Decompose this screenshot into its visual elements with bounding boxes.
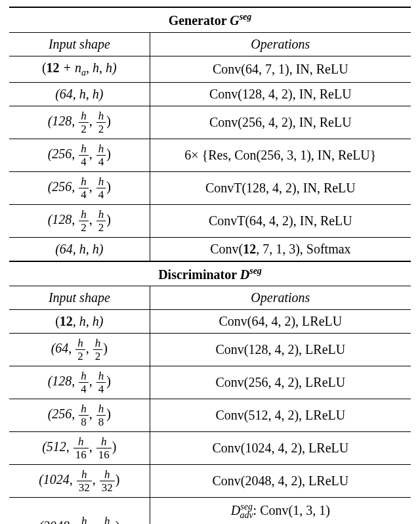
shape-cell: (12 + na, h, h) xyxy=(9,56,150,82)
shape-cell: (64, h2, h2) xyxy=(9,334,150,366)
gen-title-sup: seg xyxy=(240,12,252,22)
disc-col2: Operations xyxy=(150,286,411,310)
op-cell: Conv(512, 4, 2), LReLU xyxy=(150,399,411,432)
disc-title-sup: seg xyxy=(249,266,262,276)
table-row: (256, h8, h8) Conv(512, 4, 2), LReLU xyxy=(9,399,411,432)
op-cell: Conv(128, 4, 2), LReLU xyxy=(150,334,411,366)
shape-cell: (1024, h32, h32) xyxy=(9,465,150,498)
shape-cell: (256, h4, h4) xyxy=(9,171,150,204)
op-cell: Conv(2048, 4, 2), LReLU xyxy=(150,465,411,498)
op-cell: Conv(256, 4, 2), LReLU xyxy=(150,366,411,399)
op-cell: Dsegadv: Conv(1, 3, 1) xyxy=(150,498,411,524)
shape-cell: (256, h8, h8) xyxy=(9,399,150,432)
disc-col1: Input shape xyxy=(9,286,150,310)
gen-title-sym: G xyxy=(230,13,239,28)
discriminator-title-row: Discriminator Dseg xyxy=(9,261,411,286)
table-row: (12 + na, h, h) Conv(64, 7, 1), IN, ReLU xyxy=(9,56,411,82)
op-cell: Conv(128, 4, 2), IN, ReLU xyxy=(150,82,411,106)
architecture-table: Generator Gseg Input shape Operations (1… xyxy=(9,7,411,524)
discriminator-columns-row: Input shape Operations xyxy=(9,286,411,310)
shape-cell: (128, h2, h2) xyxy=(9,204,150,237)
gen-col1: Input shape xyxy=(9,32,150,56)
table-row: (12, h, h) Conv(64, 4, 2), LReLU xyxy=(9,310,411,334)
op-cell: Conv(64, 7, 1), IN, ReLU xyxy=(150,56,411,82)
generator-columns-row: Input shape Operations xyxy=(9,32,411,56)
op-cell: Conv(12, 7, 1, 3), Softmax xyxy=(150,237,411,261)
shape-cell: (64, h, h) xyxy=(9,82,150,106)
table-row: (64, h2, h2) Conv(128, 4, 2), LReLU xyxy=(9,334,411,366)
gen-title-prefix: Generator xyxy=(169,13,230,28)
disc-title-prefix: Discriminator xyxy=(158,267,240,281)
table-row: (512, h16, h16) Conv(1024, 4, 2), LReLU xyxy=(9,432,411,465)
disc-title-sym: D xyxy=(240,267,249,281)
table-row: (2048, h64, h64) Dsegadv: Conv(1, 3, 1) xyxy=(9,498,411,524)
table-row: (128, h2, h2) Conv(256, 4, 2), IN, ReLU xyxy=(9,106,411,139)
shape-cell: (64, h, h) xyxy=(9,237,150,261)
shape-cell: (256, h4, h4) xyxy=(9,139,150,171)
op-cell: ConvT(64, 4, 2), IN, ReLU xyxy=(150,204,411,237)
shape-cell: (128, h2, h2) xyxy=(9,106,150,139)
op-cell: ConvT(128, 4, 2), IN, ReLU xyxy=(150,171,411,204)
op-cell: Conv(64, 4, 2), LReLU xyxy=(150,310,411,334)
generator-title-row: Generator Gseg xyxy=(9,7,411,32)
table-row: (64, h, h) Conv(12, 7, 1, 3), Softmax xyxy=(9,237,411,261)
op-cell: Conv(1024, 4, 2), LReLU xyxy=(150,432,411,465)
table-row: (128, h2, h2) ConvT(64, 4, 2), IN, ReLU xyxy=(9,204,411,237)
table-row: (64, h, h) Conv(128, 4, 2), IN, ReLU xyxy=(9,82,411,106)
op-cell: Conv(256, 4, 2), IN, ReLU xyxy=(150,106,411,139)
gen-col2: Operations xyxy=(150,32,411,56)
shape-cell: (128, h4, h4) xyxy=(9,366,150,399)
shape-cell: (512, h16, h16) xyxy=(9,432,150,465)
table-row: (1024, h32, h32) Conv(2048, 4, 2), LReLU xyxy=(9,465,411,498)
table-row: (256, h4, h4) ConvT(128, 4, 2), IN, ReLU xyxy=(9,171,411,204)
op-cell: 6× {Res, Con(256, 3, 1), IN, ReLU} xyxy=(150,139,411,171)
table-row: (128, h4, h4) Conv(256, 4, 2), LReLU xyxy=(9,366,411,399)
table-row: (256, h4, h4) 6× {Res, Con(256, 3, 1), I… xyxy=(9,139,411,171)
shape-cell: (12, h, h) xyxy=(9,310,150,334)
shape-cell: (2048, h64, h64) xyxy=(9,498,150,524)
